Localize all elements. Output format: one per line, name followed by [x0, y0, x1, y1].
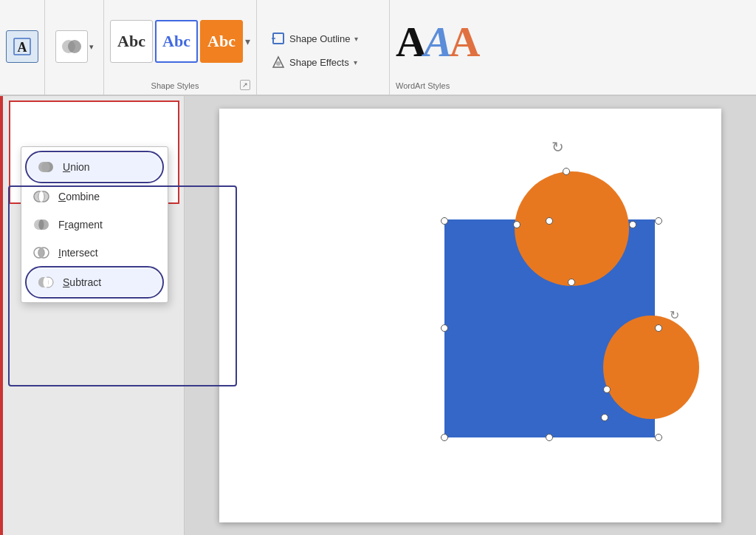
- handle-mid-right[interactable]: [655, 324, 662, 332]
- fragment-label: Fragment: [58, 219, 103, 231]
- abc-style-3-button[interactable]: Abc: [200, 20, 243, 63]
- slide-canvas[interactable]: ↻ ↻: [219, 109, 721, 522]
- handle-circle-mid-right[interactable]: [629, 221, 636, 228]
- merge-shapes-dropdown: Union Combine Fragment: [21, 146, 168, 303]
- outline-arrow: ▾: [354, 35, 358, 43]
- merge-shapes-button[interactable]: [55, 30, 88, 63]
- handle-circle-top[interactable]: [563, 168, 570, 175]
- orange-circle-top[interactable]: [515, 171, 629, 286]
- rotate-handle-top[interactable]: ↻: [551, 138, 564, 156]
- abc-styles-expand[interactable]: ▾: [245, 35, 250, 47]
- insert-text-label: [6, 87, 38, 89]
- svg-text:A: A: [18, 40, 27, 55]
- menu-item-fragment[interactable]: Fragment: [21, 211, 168, 239]
- menu-item-subtract[interactable]: Subtract: [27, 268, 162, 296]
- text-tool-button[interactable]: A: [6, 30, 38, 63]
- orange-circle-right[interactable]: [603, 316, 699, 419]
- svg-point-15: [39, 191, 44, 202]
- shape-styles-expand-icon[interactable]: ↗: [240, 80, 250, 90]
- handle-bottom-mid[interactable]: [546, 434, 553, 441]
- wordart-a3[interactable]: A: [450, 21, 481, 64]
- combine-icon: [33, 188, 49, 205]
- shape-styles-section-label: Shape Styles: [110, 80, 240, 90]
- shape-effects-label: Shape Effects: [289, 57, 349, 68]
- wordart-a1[interactable]: A: [396, 21, 427, 64]
- wordart-a2[interactable]: A: [424, 21, 453, 64]
- merge-shapes-label: [54, 87, 94, 89]
- fragment-icon: [33, 217, 49, 233]
- svg-point-18: [39, 219, 44, 230]
- handle-rcircle-top[interactable]: [603, 386, 611, 393]
- union-icon: [38, 159, 54, 175]
- handle-top-mid[interactable]: [546, 217, 553, 225]
- shape-styles-section: Abc Abc Abc ▾ Shape Styles ↗: [104, 0, 257, 95]
- abc-style-2-button[interactable]: Abc: [155, 20, 198, 63]
- handle-mid-left[interactable]: [441, 324, 448, 332]
- wordart-label: WordArt Styles: [396, 80, 480, 90]
- intersect-label: Intersect: [58, 247, 98, 259]
- main-content: Union Combine Fragment: [0, 96, 756, 535]
- svg-point-21: [39, 248, 44, 258]
- intersect-icon: [33, 245, 49, 261]
- ribbon: A ▾ Abc Abc Abc: [0, 0, 756, 96]
- handle-circle-bottom[interactable]: [568, 279, 575, 286]
- handle-rcircle-mid-left[interactable]: [601, 414, 608, 421]
- abc-style-1-button[interactable]: Abc: [110, 20, 153, 63]
- handle-bottom-left[interactable]: [441, 434, 448, 441]
- effects-section-label: [266, 89, 380, 90]
- insert-text-section: A: [0, 0, 45, 95]
- handle-bottom-right[interactable]: [655, 434, 662, 441]
- handle-top-right[interactable]: [655, 217, 662, 225]
- merge-dropdown-arrow[interactable]: ▾: [89, 42, 94, 52]
- shape-effects-button[interactable]: Shape Effects ▾: [266, 52, 380, 72]
- menu-item-combine[interactable]: Combine: [21, 183, 168, 211]
- shape-outline-button[interactable]: Shape Outline ▾: [266, 29, 380, 48]
- union-label: Union: [63, 161, 90, 173]
- svg-point-25: [44, 277, 49, 287]
- subtract-label: Subtract: [63, 276, 101, 288]
- merge-shapes-section: ▾: [45, 0, 104, 95]
- handle-circle-mid-left[interactable]: [513, 221, 520, 228]
- handle-top-left[interactable]: [441, 217, 448, 225]
- menu-item-intersect[interactable]: Intersect: [21, 239, 168, 267]
- shape-outline-label: Shape Outline: [289, 33, 350, 44]
- menu-item-union[interactable]: Union: [27, 153, 162, 181]
- shape-effects-section: Shape Outline ▾ Shape Effects ▾: [257, 0, 390, 95]
- svg-point-10: [42, 162, 50, 172]
- effects-arrow: ▾: [354, 58, 357, 67]
- combine-label: Combine: [58, 191, 100, 202]
- slide-area: ↻ ↻: [185, 96, 756, 535]
- subtract-icon: [38, 274, 54, 290]
- slide-red-indicator: [0, 96, 3, 535]
- svg-point-7: [276, 61, 281, 66]
- svg-point-3: [68, 40, 81, 53]
- wordart-section: A A A WordArt Styles: [390, 0, 486, 95]
